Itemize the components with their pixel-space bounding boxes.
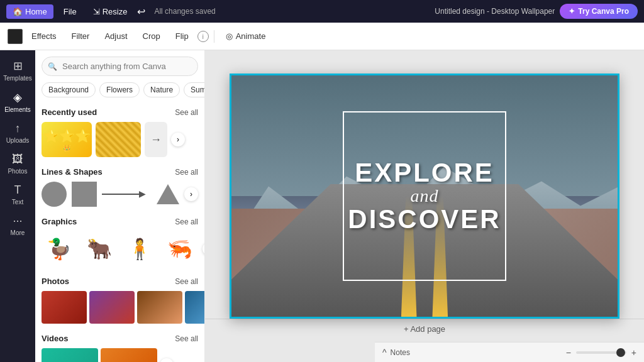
lines-shapes-title: Lines & Shapes <box>42 167 103 177</box>
sidebar-item-label-text: Text <box>12 199 23 206</box>
undo-button[interactable]: ↩ <box>137 6 145 18</box>
graphic-thumb-1[interactable]: 🦆 <box>42 231 77 266</box>
chevron-up-button[interactable]: ^ <box>382 348 387 358</box>
canvas-wrapper[interactable]: EXPLORE and DISCOVER <box>230 74 619 319</box>
photos-header: Photos See all <box>42 277 198 286</box>
photos-section: Photos See all › <box>35 272 204 329</box>
crown-icon: 👑 <box>63 145 70 151</box>
pill-flowers[interactable]: Flowers <box>99 82 140 97</box>
flip-button[interactable]: Flip <box>169 28 195 44</box>
canvas-image: EXPLORE and DISCOVER <box>230 74 619 319</box>
zoom-out-button[interactable]: − <box>566 348 571 358</box>
sidebar-item-photos[interactable]: 🖼 Photos <box>2 149 33 178</box>
sidebar-item-templates[interactable]: ⊞ Templates <box>2 55 33 85</box>
recently-used-title: Recently used <box>42 107 97 117</box>
effects-button[interactable]: Effects <box>25 28 63 44</box>
photo-thumb-2[interactable] <box>89 291 135 324</box>
graphics-see-all[interactable]: See all <box>175 217 198 226</box>
photos-title: Photos <box>42 277 69 286</box>
graphic-thumb-4[interactable]: 🦐 <box>162 231 197 266</box>
search-input[interactable] <box>42 57 198 76</box>
left-sidebar: ⊞ Templates ◈ Elements ↑ Uploads 🖼 Photo… <box>0 50 35 362</box>
pill-summer[interactable]: Summ... <box>184 82 204 97</box>
category-pills: Background Flowers Nature Summ... › <box>35 82 204 102</box>
top-navbar: 🏠 Home File ⇲ Resize ↩ All changes saved… <box>0 0 644 23</box>
sidebar-item-elements[interactable]: ◈ Elements <box>2 87 33 117</box>
arrow-thumbnail[interactable]: → <box>145 122 167 157</box>
pill-nature[interactable]: Nature <box>143 82 180 97</box>
sidebar-item-label-templates: Templates <box>3 75 32 82</box>
lines-shapes-section: Lines & Shapes See all ▶ › <box>35 162 204 212</box>
videos-section: Videos See all 11.0s 6.9s › <box>35 329 204 362</box>
sidebar-item-label-uploads: Uploads <box>6 137 30 144</box>
recently-used-scroll-arrow[interactable]: › <box>171 133 185 146</box>
resize-label: Resize <box>103 7 128 16</box>
try-pro-label: Try Canva Pro <box>578 7 629 16</box>
videos-see-all[interactable]: See all <box>175 334 198 343</box>
zoom-in-button[interactable]: + <box>631 348 636 358</box>
text-overlay-box[interactable]: EXPLORE and DISCOVER <box>343 111 506 281</box>
line-arrow-shape[interactable]: ▶ <box>102 194 152 195</box>
animate-button[interactable]: ◎ Animate <box>219 28 272 44</box>
elements-icon: ◈ <box>13 90 22 104</box>
recently-used-section: Recently used See all ⭐⭐⭐⭐⭐ 👑 → › <box>35 102 204 162</box>
square-shape[interactable] <box>72 182 97 207</box>
nav-left: 🏠 Home File ⇲ Resize ↩ All changes saved <box>6 4 432 19</box>
graphics-section: Graphics See all 🦆 🐂 🧍 🦐 › <box>35 212 204 272</box>
crop-label: Crop <box>143 31 160 41</box>
videos-title: Videos <box>42 334 68 343</box>
sidebar-item-text[interactable]: T Text <box>2 180 33 209</box>
videos-scroll-arrow[interactable]: › <box>160 358 174 362</box>
lines-shapes-header: Lines & Shapes See all <box>42 167 198 177</box>
notes-area: ^ Notes <box>382 348 410 358</box>
animate-icon: ◎ <box>226 31 233 41</box>
text-and: and <box>411 186 439 206</box>
gold-texture-thumbnail[interactable] <box>96 122 141 157</box>
video-thumb-2[interactable]: 6.9s <box>101 348 157 362</box>
filter-button[interactable]: Filter <box>65 28 96 44</box>
adjust-label: Adjust <box>104 31 127 41</box>
shapes-scroll-arrow[interactable]: › <box>184 187 198 201</box>
add-page-label: + Add page <box>404 324 445 334</box>
video-thumb-1[interactable]: 11.0s <box>42 348 98 362</box>
animate-label: Animate <box>236 31 266 41</box>
file-label: File <box>64 7 77 16</box>
sidebar-item-label-photos: Photos <box>8 168 27 175</box>
sidebar-item-label-elements: Elements <box>4 106 31 113</box>
info-icon[interactable]: i <box>197 31 209 42</box>
lines-shapes-see-all[interactable]: See all <box>175 168 198 177</box>
photos-see-all[interactable]: See all <box>175 277 198 286</box>
graphic-thumb-3[interactable]: 🧍 <box>122 231 157 266</box>
zoom-slider[interactable] <box>576 351 626 354</box>
adjust-button[interactable]: Adjust <box>98 28 133 44</box>
add-page-bar[interactable]: + Add page <box>205 319 644 339</box>
text-explore: EXPLORE <box>355 160 494 186</box>
home-button[interactable]: 🏠 Home <box>6 4 53 19</box>
stars-thumbnail[interactable]: ⭐⭐⭐⭐⭐ 👑 <box>42 122 92 157</box>
sidebar-item-more[interactable]: ··· More <box>2 211 33 240</box>
triangle-shape[interactable] <box>157 184 179 204</box>
text-discover: DISCOVER <box>348 206 501 233</box>
pill-background[interactable]: Background <box>42 82 96 97</box>
sidebar-item-uploads[interactable]: ↑ Uploads <box>2 118 33 148</box>
save-status: All changes saved <box>154 7 215 16</box>
recently-used-see-all[interactable]: See all <box>175 108 198 117</box>
try-pro-button[interactable]: ✦ Try Canva Pro <box>560 4 638 19</box>
zoom-handle[interactable] <box>616 348 625 357</box>
effects-label: Effects <box>31 31 57 41</box>
file-button[interactable]: File <box>57 4 83 19</box>
photo-thumb-3[interactable] <box>137 291 182 324</box>
secondary-toolbar: Effects Filter Adjust Crop Flip i ◎ Anim… <box>0 23 644 50</box>
photo-thumb-4[interactable] <box>185 291 205 324</box>
recently-used-thumbs: ⭐⭐⭐⭐⭐ 👑 → › <box>42 122 198 157</box>
videos-header: Videos See all <box>42 334 198 343</box>
photos-icon: 🖼 <box>12 153 23 166</box>
crop-button[interactable]: Crop <box>136 28 167 44</box>
zoom-controls: − + <box>566 348 636 358</box>
photo-thumb-1[interactable] <box>42 291 87 324</box>
circle-shape[interactable] <box>42 182 67 207</box>
notes-label: Notes <box>391 348 410 357</box>
resize-button[interactable]: ⇲ Resize <box>87 4 134 19</box>
color-swatch[interactable] <box>8 29 23 44</box>
graphic-thumb-2[interactable]: 🐂 <box>82 231 117 266</box>
